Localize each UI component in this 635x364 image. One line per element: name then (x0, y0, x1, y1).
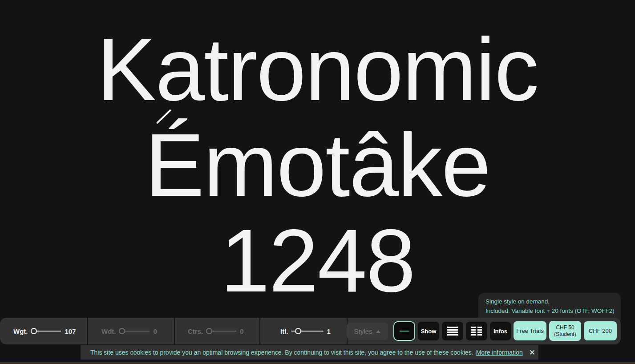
cookie-message: This site uses cookies to provide you an… (90, 349, 473, 356)
width-slider-track (125, 331, 150, 332)
pricing-note-line-1: Single style on demand. (485, 297, 621, 306)
styles-dropdown[interactable]: Styles (347, 323, 388, 340)
list-view-icon (447, 327, 458, 336)
infos-button[interactable]: Infos (490, 322, 511, 340)
buy-student-price: CHF 50 (556, 324, 574, 331)
weight-slider-label: Wgt. (13, 328, 28, 335)
single-line-icon (400, 331, 409, 332)
width-slider-group: Wdt. 0 (101, 318, 157, 344)
buy-student-button[interactable]: CHF 50 (Student) (549, 321, 581, 341)
show-button-label: Show (421, 328, 437, 335)
weight-slider-group: Wgt. 107 (13, 318, 76, 344)
contrast-slider-value: 0 (240, 328, 243, 335)
list-view-button[interactable] (442, 322, 463, 340)
contrast-slider-track (212, 331, 236, 332)
width-slider-knob (119, 328, 125, 334)
infos-button-label: Infos (493, 328, 507, 335)
cookie-more-information-link[interactable]: More information (476, 349, 523, 356)
buy-full-price: CHF 200 (589, 328, 612, 334)
styles-dropdown-label: Styles (354, 328, 372, 335)
bottom-brown-strip (0, 362, 635, 364)
contrast-slider-group: Ctrs. 0 (188, 318, 244, 344)
buy-full-button[interactable]: CHF 200 (584, 321, 617, 340)
weight-slider-track[interactable] (37, 331, 61, 332)
caret-up-icon (376, 330, 380, 333)
width-slider-value: 0 (153, 328, 157, 335)
italic-slider-track-left[interactable] (291, 331, 295, 332)
type-specimen: Katronomic Émotâke 1248 (0, 21, 635, 308)
italic-slider-group: Itl. 1 (280, 318, 331, 344)
italic-slider-track[interactable] (301, 331, 324, 332)
contrast-slider-label: Ctrs. (188, 328, 203, 335)
column-list-view-button[interactable] (466, 322, 487, 340)
specimen-line-1[interactable]: Katronomic (0, 21, 635, 117)
weight-slider-knob[interactable] (31, 328, 37, 334)
italic-slider-value: 1 (327, 328, 331, 335)
font-specimen-page: Katronomic Émotâke 1248 Single style on … (0, 0, 635, 364)
pricing-note-panel: Single style on demand. Included: Variab… (478, 293, 621, 320)
width-slider-label: Wdt. (101, 328, 116, 335)
single-style-toggle-button[interactable] (393, 321, 415, 341)
divider (259, 318, 260, 344)
cookie-banner: This site uses cookies to provide you an… (81, 345, 538, 360)
free-trials-button-label: Free Trials (516, 328, 543, 334)
weight-slider-value: 107 (65, 328, 76, 335)
column-list-view-icon (471, 327, 482, 336)
specimen-line-2[interactable]: Émotâke (0, 117, 635, 213)
close-icon[interactable]: ✕ (529, 349, 535, 356)
italic-slider-knob[interactable] (295, 328, 301, 334)
divider (174, 318, 175, 344)
contrast-slider-knob (206, 328, 212, 334)
show-button[interactable]: Show (418, 322, 439, 340)
pricing-note-line-2: Included: Variable font + 20 fonts (OTF,… (485, 306, 621, 315)
buy-student-qualifier: (Student) (554, 331, 576, 338)
free-trials-button[interactable]: Free Trials (514, 321, 546, 340)
divider (87, 318, 88, 344)
italic-slider-label: Itl. (280, 328, 288, 335)
control-bar: Wgt. 107 Wdt. 0 Ctrs. 0 Itl. 1 (0, 318, 621, 344)
